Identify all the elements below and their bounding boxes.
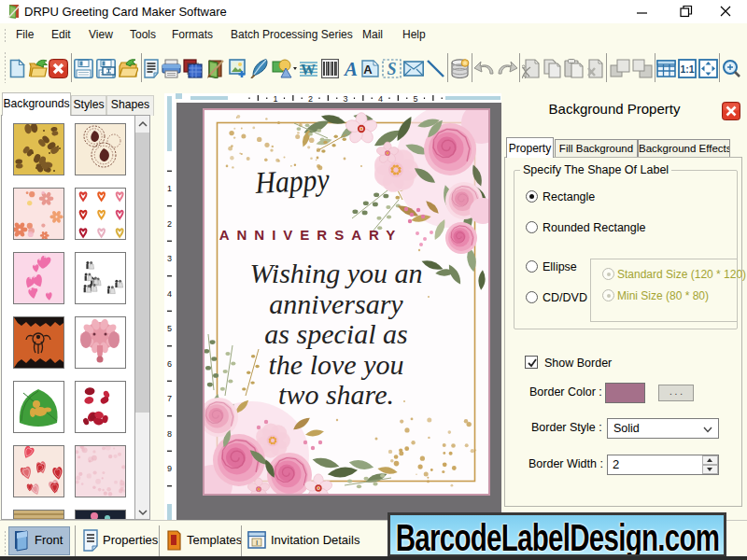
svg-text:1:1: 1:1 [680,63,694,75]
svg-text:A: A [363,63,373,77]
svg-text:I: I [256,539,258,547]
svg-text:9: 9 [167,464,172,473]
svg-text:S: S [387,60,396,78]
svg-text:W: W [301,60,317,77]
svg-text:1: 1 [167,184,172,193]
svg-text:3: 3 [167,254,172,263]
svg-text:5: 5 [167,324,172,333]
svg-text:8: 8 [167,429,172,439]
svg-text:4: 4 [167,289,172,299]
svg-text:A: A [343,59,358,78]
svg-text:6: 6 [167,359,172,369]
svg-text:7: 7 [167,394,172,403]
svg-text:2: 2 [167,219,172,229]
